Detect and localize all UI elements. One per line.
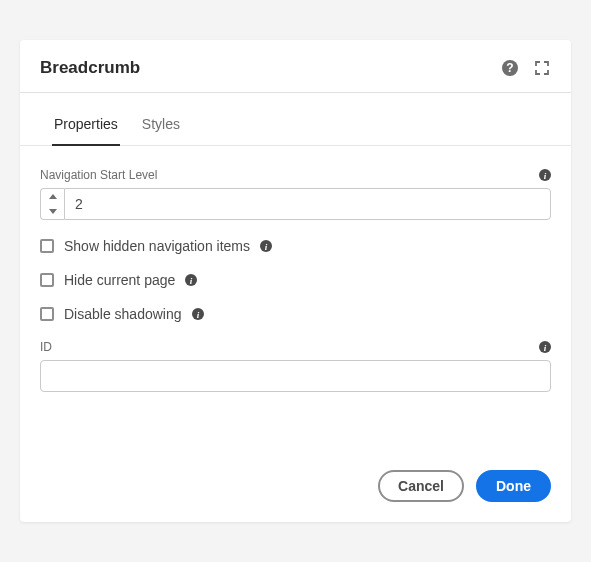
id-input[interactable] bbox=[40, 360, 551, 392]
done-button[interactable]: Done bbox=[476, 470, 551, 502]
info-icon[interactable]: i bbox=[185, 274, 197, 286]
hide-current-label: Hide current page bbox=[64, 272, 175, 288]
disable-shadowing-checkbox[interactable] bbox=[40, 307, 54, 321]
help-icon[interactable]: ? bbox=[501, 59, 519, 77]
stepper-controls bbox=[40, 188, 64, 220]
id-label: ID bbox=[40, 340, 52, 354]
tabs: Properties Styles bbox=[20, 101, 571, 146]
svg-text:?: ? bbox=[506, 61, 513, 75]
info-icon[interactable]: i bbox=[539, 169, 551, 181]
field-hide-current: Hide current page i bbox=[40, 272, 551, 288]
nav-start-level-input[interactable] bbox=[64, 188, 551, 220]
tab-styles[interactable]: Styles bbox=[140, 102, 182, 146]
cancel-button[interactable]: Cancel bbox=[378, 470, 464, 502]
nav-start-level-stepper bbox=[40, 188, 551, 220]
tab-content: Navigation Start Level i Show bbox=[20, 146, 571, 420]
fullscreen-icon[interactable] bbox=[533, 59, 551, 77]
stepper-down-icon[interactable] bbox=[41, 204, 64, 219]
info-icon[interactable]: i bbox=[539, 341, 551, 353]
label-row: Navigation Start Level i bbox=[40, 168, 551, 182]
show-hidden-checkbox[interactable] bbox=[40, 239, 54, 253]
dialog-title: Breadcrumb bbox=[40, 58, 140, 78]
field-show-hidden: Show hidden navigation items i bbox=[40, 238, 551, 254]
dialog-header: Breadcrumb ? bbox=[20, 40, 571, 93]
dialog-footer: Cancel Done bbox=[20, 420, 571, 522]
label-row: ID i bbox=[40, 340, 551, 354]
stepper-up-icon[interactable] bbox=[41, 189, 64, 204]
breadcrumb-dialog: Breadcrumb ? Properties Styles bbox=[20, 40, 571, 522]
disable-shadowing-label: Disable shadowing bbox=[64, 306, 182, 322]
field-id: ID i bbox=[40, 340, 551, 392]
info-icon[interactable]: i bbox=[260, 240, 272, 252]
header-actions: ? bbox=[501, 59, 551, 77]
info-icon[interactable]: i bbox=[192, 308, 204, 320]
tab-properties[interactable]: Properties bbox=[52, 102, 120, 146]
show-hidden-label: Show hidden navigation items bbox=[64, 238, 250, 254]
nav-start-level-label: Navigation Start Level bbox=[40, 168, 157, 182]
field-disable-shadowing: Disable shadowing i bbox=[40, 306, 551, 322]
hide-current-checkbox[interactable] bbox=[40, 273, 54, 287]
field-nav-start-level: Navigation Start Level i bbox=[40, 168, 551, 220]
